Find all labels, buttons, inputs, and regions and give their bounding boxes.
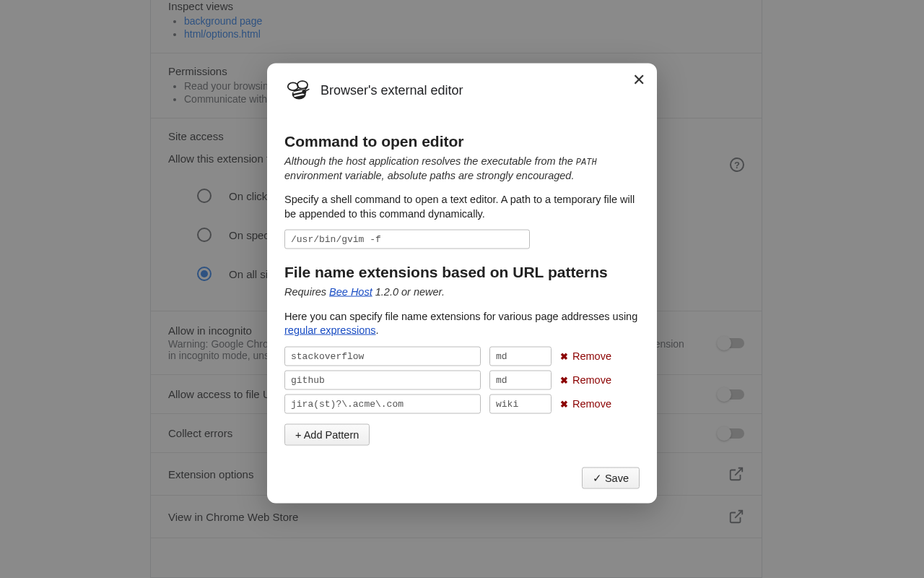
bee-host-link[interactable]: Bee Host [329, 286, 372, 298]
remove-x-icon: ✖ [560, 350, 568, 361]
pattern-row: ✖Remove [284, 346, 640, 366]
patterns-heading: File name extensions based on URL patter… [284, 264, 640, 281]
command-heading: Command to open editor [284, 133, 640, 150]
remove-pattern-button[interactable]: ✖Remove [560, 398, 611, 410]
pattern-row: ✖Remove [284, 394, 640, 413]
remove-x-icon: ✖ [560, 374, 568, 385]
svg-point-6 [297, 81, 308, 89]
regex-link[interactable]: regular expressions [284, 324, 376, 336]
svg-point-5 [288, 82, 298, 90]
pattern-ext-input[interactable] [489, 370, 552, 389]
bee-logo-icon [284, 77, 312, 104]
pattern-url-input[interactable] [284, 346, 481, 366]
remove-x-icon: ✖ [560, 398, 568, 409]
modal-header: Browser's external editor [284, 77, 640, 104]
remove-label: Remove [572, 350, 611, 362]
pattern-ext-input[interactable] [489, 394, 552, 413]
remove-pattern-button[interactable]: ✖Remove [560, 374, 611, 386]
save-button[interactable]: ✓ Save [582, 467, 640, 488]
patterns-subtitle: Requires Bee Host 1.2.0 or newer. [284, 285, 640, 300]
pattern-ext-input[interactable] [489, 346, 552, 366]
close-icon[interactable]: ✕ [632, 72, 645, 88]
svg-point-7 [302, 90, 306, 94]
options-modal: ✕ Browser's external editor Command to o… [267, 64, 657, 504]
command-body: Specify a shell command to open a text e… [284, 193, 640, 221]
svg-line-9 [306, 89, 310, 90]
remove-label: Remove [572, 398, 611, 410]
remove-pattern-button[interactable]: ✖Remove [560, 350, 611, 362]
command-subtitle: Although the host application resolves t… [284, 155, 640, 183]
pattern-url-input[interactable] [284, 394, 481, 413]
patterns-body: Here you can specify file name extension… [284, 309, 640, 337]
modal-title: Browser's external editor [321, 82, 463, 98]
remove-label: Remove [572, 374, 611, 386]
pattern-url-input[interactable] [284, 370, 481, 389]
command-input[interactable] [284, 230, 530, 249]
add-pattern-button[interactable]: + Add Pattern [284, 423, 370, 445]
pattern-row: ✖Remove [284, 370, 640, 389]
